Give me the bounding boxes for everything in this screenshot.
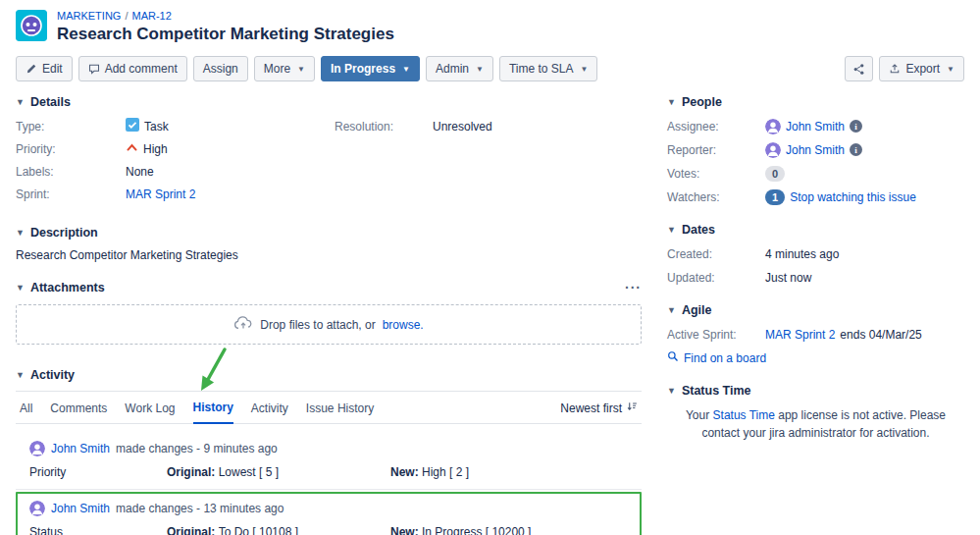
- created-label: Created:: [667, 247, 765, 261]
- change-new: New: In Progress [ 10200 ]: [390, 525, 632, 535]
- tab-history[interactable]: History: [193, 401, 233, 424]
- tab-work-log[interactable]: Work Log: [125, 401, 175, 423]
- description-header[interactable]: ▼ Description: [16, 226, 642, 240]
- attachments-menu-icon[interactable]: ···: [625, 280, 642, 295]
- toolbar-right: Export ▼: [845, 56, 964, 81]
- people-header[interactable]: ▼ People: [667, 95, 964, 109]
- reporter-link[interactable]: John Smith: [786, 143, 845, 157]
- votes-badge[interactable]: 0: [765, 166, 785, 182]
- chevron-down-icon: ▼: [667, 98, 676, 107]
- breadcrumb-separator: /: [125, 10, 128, 22]
- dates-heading: Dates: [682, 223, 715, 237]
- page-title: Research Competitor Marketing Strategies: [57, 25, 394, 44]
- status-label: In Progress: [331, 62, 395, 76]
- share-button[interactable]: [845, 56, 873, 81]
- find-on-board-link[interactable]: Find on a board: [684, 351, 766, 365]
- time-to-sla-button[interactable]: Time to SLA ▼: [499, 56, 598, 81]
- agile-header[interactable]: ▼ Agile: [667, 303, 964, 317]
- status-time-link[interactable]: Status Time: [713, 408, 775, 422]
- priority-text: High: [143, 142, 168, 156]
- user-avatar: [29, 441, 45, 456]
- user-avatar: [29, 501, 45, 516]
- sprint-row: Sprint: MAR Sprint 2: [16, 186, 335, 202]
- chevron-down-icon: ▼: [667, 387, 676, 396]
- breadcrumb-issue-link[interactable]: MAR-12: [131, 10, 171, 22]
- edit-button[interactable]: Edit: [16, 56, 73, 81]
- sprint-link[interactable]: MAR Sprint 2: [126, 187, 195, 201]
- status-time-message: Your Status Time app license is not acti…: [673, 406, 958, 442]
- change-new: New: High [ 2 ]: [390, 465, 632, 479]
- activity-header[interactable]: ▼ Activity: [16, 368, 642, 382]
- attachments-dropzone[interactable]: Drop files to attach, or browse.: [16, 304, 642, 345]
- more-button[interactable]: More ▼: [254, 56, 315, 81]
- chevron-down-icon: ▼: [476, 65, 484, 74]
- user-link[interactable]: John Smith: [51, 502, 110, 515]
- entry-action: made changes - 9 minutes ago: [116, 442, 278, 455]
- priority-value: High: [126, 141, 168, 157]
- edit-label: Edit: [42, 62, 63, 76]
- reporter-label: Reporter:: [667, 143, 765, 157]
- attachments-section: ▼ Attachments ··· Drop files to attach, …: [16, 280, 642, 345]
- active-sprint-link[interactable]: MAR Sprint 2: [765, 328, 835, 342]
- change-row: Priority Original: Lowest [ 5 ] New: Hig…: [29, 465, 632, 479]
- tab-comments[interactable]: Comments: [50, 401, 107, 423]
- info-icon[interactable]: i: [850, 143, 862, 156]
- priority-label: Priority:: [16, 142, 126, 156]
- details-grid: Type: Task Priority: High: [16, 118, 642, 208]
- tab-activity[interactable]: Activity: [251, 401, 288, 423]
- chevron-down-icon: ▼: [16, 98, 25, 107]
- watchers-row: Watchers: 1 Stop watching this issue: [667, 188, 964, 205]
- tab-issue-history[interactable]: Issue History: [306, 401, 374, 423]
- stop-watching-link[interactable]: Stop watching this issue: [790, 190, 916, 204]
- project-avatar-icon: [16, 10, 47, 41]
- tab-all[interactable]: All: [20, 401, 32, 423]
- watchers-badge[interactable]: 1: [765, 189, 785, 205]
- description-text: Research Competitor Marketing Strategies: [16, 248, 642, 262]
- type-value: Task: [126, 118, 169, 134]
- assignee-row: Assignee: John Smith i: [667, 118, 964, 134]
- chevron-down-icon: ▼: [947, 65, 954, 74]
- type-label: Type:: [16, 120, 126, 134]
- sort-label: Newest first: [560, 401, 622, 415]
- add-comment-button[interactable]: Add comment: [78, 56, 187, 81]
- entry-head: John Smith made changes - 13 minutes ago: [29, 501, 632, 516]
- agile-heading: Agile: [682, 303, 712, 317]
- comment-icon: [88, 63, 100, 75]
- main-column: ▼ Details Type: Task Priority:: [16, 95, 642, 535]
- browse-link[interactable]: browse.: [383, 318, 424, 332]
- dropzone-text: Drop files to attach, or: [260, 318, 375, 332]
- user-link[interactable]: John Smith: [51, 442, 110, 455]
- details-right: Resolution: Unresolved: [335, 118, 642, 208]
- chevron-down-icon: ▼: [581, 65, 589, 74]
- info-icon[interactable]: i: [850, 120, 862, 133]
- details-header[interactable]: ▼ Details: [16, 95, 642, 109]
- admin-button[interactable]: Admin ▼: [426, 56, 493, 81]
- upload-cloud-icon: [233, 315, 253, 334]
- breadcrumb-project-link[interactable]: MARKETING: [57, 10, 121, 22]
- status-time-header[interactable]: ▼ Status Time: [667, 384, 964, 398]
- sprint-label: Sprint:: [16, 187, 126, 201]
- assign-button[interactable]: Assign: [193, 56, 248, 81]
- status-time-heading: Status Time: [682, 384, 751, 398]
- change-field: Priority: [29, 465, 167, 479]
- user-avatar: [765, 142, 781, 158]
- assignee-link[interactable]: John Smith: [786, 120, 845, 134]
- dates-section: ▼ Dates Created: 4 minutes ago Updated: …: [667, 223, 964, 286]
- chevron-down-icon: ▼: [667, 226, 676, 235]
- dates-header[interactable]: ▼ Dates: [667, 223, 964, 237]
- updated-row: Updated: Just now: [667, 269, 964, 286]
- chevron-down-icon: ▼: [16, 371, 25, 380]
- project-avatar[interactable]: [16, 10, 47, 41]
- assign-label: Assign: [203, 62, 238, 76]
- chevron-down-icon: ▼: [667, 306, 676, 315]
- details-section: ▼ Details Type: Task Priority:: [16, 95, 642, 208]
- share-icon: [852, 63, 865, 76]
- activity-heading: Activity: [30, 368, 75, 382]
- labels-label: Labels:: [16, 165, 126, 179]
- export-button[interactable]: Export ▼: [879, 56, 964, 81]
- attachments-heading: Attachments: [30, 281, 105, 294]
- status-button[interactable]: In Progress ▼: [321, 56, 420, 81]
- sort-toggle[interactable]: Newest first: [560, 401, 638, 423]
- sidebar-column: ▼ People Assignee: John Smith i Reporter…: [667, 95, 964, 535]
- entry-action: made changes - 13 minutes ago: [116, 502, 284, 515]
